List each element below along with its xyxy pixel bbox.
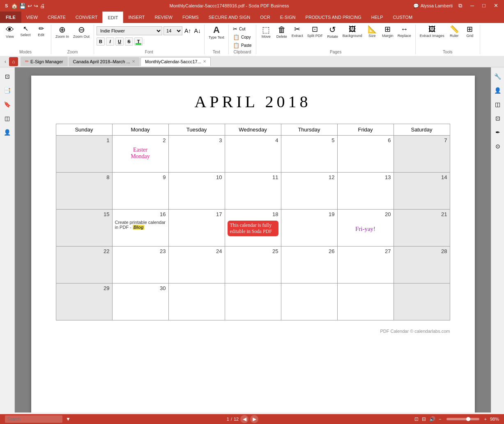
zoom-slider[interactable] bbox=[446, 418, 479, 420]
tab-convert[interactable]: CONVERT bbox=[71, 12, 103, 23]
page-next-btn[interactable]: ▶ bbox=[250, 415, 258, 423]
select-mode-btn[interactable]: ↖ Select bbox=[18, 25, 33, 50]
right-target-btn[interactable]: ⊙ bbox=[492, 141, 504, 152]
home-btn[interactable]: ⌂ bbox=[9, 57, 18, 66]
view-mode-btn[interactable]: 👁 View bbox=[2, 25, 17, 50]
zoom-out-status-btn[interactable]: − bbox=[439, 417, 441, 422]
underline-btn[interactable]: U bbox=[115, 37, 124, 46]
delete-btn[interactable]: 🗑 Delete bbox=[274, 25, 289, 50]
calendar-footer: PDF Calendar © calendarlabs.com bbox=[56, 329, 450, 334]
rotate-btn[interactable]: ↺ Rotate bbox=[325, 25, 340, 50]
font-grow-btn[interactable]: A↑ bbox=[184, 27, 192, 35]
tab-file[interactable]: FILE bbox=[0, 12, 21, 23]
extract-images-btn[interactable]: 🖼 Extract Images bbox=[418, 25, 446, 50]
size-btn[interactable]: 📐 Size bbox=[365, 25, 380, 50]
quick-access-print[interactable]: 🖨 bbox=[40, 3, 45, 9]
tab-insert[interactable]: INSERT bbox=[123, 12, 150, 23]
fit-page-btn[interactable]: ⊡ bbox=[414, 416, 419, 422]
tab-custom[interactable]: CUSTOM bbox=[388, 12, 417, 23]
day-num-15: 15 bbox=[59, 211, 110, 217]
search-input[interactable] bbox=[5, 415, 62, 423]
right-comments-btn[interactable]: 👤 bbox=[492, 85, 504, 96]
ruler-btn[interactable]: 📏 Ruler bbox=[447, 25, 462, 50]
margin-btn[interactable]: ⊞ Margin bbox=[380, 25, 395, 50]
copy-btn[interactable]: 📋 Copy bbox=[231, 33, 253, 41]
color-btn[interactable]: T bbox=[134, 37, 143, 46]
ruler-icon: 📏 bbox=[450, 25, 459, 33]
sidebar-layers-btn[interactable]: ◫ bbox=[2, 113, 13, 124]
tab-ocr[interactable]: OCR bbox=[255, 12, 275, 23]
italic-btn[interactable]: I bbox=[106, 37, 114, 46]
sidebar-bookmarks-btn[interactable]: 🔖 bbox=[2, 99, 13, 110]
tab-canada-close[interactable]: ✕ bbox=[132, 59, 135, 64]
tab-view[interactable]: VIEW bbox=[21, 12, 43, 23]
speakers-btn[interactable]: 🔊 bbox=[429, 416, 435, 422]
fit-width-btn[interactable]: ⊟ bbox=[422, 416, 426, 422]
tab-esign-manager[interactable]: ✏ E-Sign Manager bbox=[21, 57, 68, 66]
page-prev-btn[interactable]: ◀ bbox=[240, 415, 249, 423]
quick-access-undo[interactable]: ↩ bbox=[28, 3, 32, 9]
restore-btn[interactable]: ⧉ bbox=[456, 2, 465, 9]
tab-monthly-calendar[interactable]: MonthlyCalendar-5accc17... ✕ bbox=[140, 57, 211, 66]
font-divider bbox=[144, 39, 144, 44]
close-btn[interactable]: ✕ bbox=[491, 2, 501, 9]
bold-btn[interactable]: B bbox=[97, 37, 105, 46]
app-logo: S bbox=[3, 3, 9, 9]
quick-access-save[interactable]: 💾 bbox=[19, 3, 26, 9]
zoom-percent: 98% bbox=[490, 417, 499, 422]
tab-back-btn[interactable]: ‹ bbox=[2, 57, 9, 66]
text-label: Text bbox=[207, 50, 226, 54]
paste-btn[interactable]: 📋 Paste bbox=[231, 41, 253, 49]
font-name-select[interactable]: Indie Flower bbox=[97, 26, 162, 35]
day-num-13: 13 bbox=[340, 174, 391, 180]
tab-forms[interactable]: FORMS bbox=[177, 12, 204, 23]
text-buttons: A Type Text bbox=[207, 25, 226, 50]
quick-access-home[interactable]: 🏠 bbox=[11, 3, 18, 9]
zoom-out-btn[interactable]: ⊖ Zoom Out bbox=[71, 25, 91, 50]
split-pdf-btn[interactable]: ⊡ Split PDF bbox=[306, 25, 324, 50]
maximize-btn[interactable]: □ bbox=[480, 2, 488, 9]
sidebar-thumbnail-btn[interactable]: ⊡ bbox=[2, 71, 13, 82]
font-size-select[interactable]: 14 bbox=[163, 26, 182, 35]
background-icon: 🖼 bbox=[349, 25, 356, 33]
calendar-week-4: 22 23 24 25 26 bbox=[56, 247, 450, 283]
search-down-btn[interactable]: ▼ bbox=[66, 416, 71, 422]
sidebar-signatures-btn[interactable]: 👤 bbox=[2, 127, 13, 138]
pages-buttons: ⬚ Move 🗑 Delete ✂ Extract ⊡ Split PDF ↺ … bbox=[259, 25, 413, 50]
sidebar-pages-btn[interactable]: 📑 bbox=[2, 85, 13, 96]
day-num-27: 27 bbox=[340, 248, 391, 254]
tab-products[interactable]: PRODUCTS AND PRICING bbox=[301, 12, 366, 23]
tab-create[interactable]: CREATE bbox=[43, 12, 71, 23]
type-text-btn[interactable]: A Type Text bbox=[207, 25, 226, 50]
tab-review[interactable]: REVIEW bbox=[150, 12, 177, 23]
minimize-btn[interactable]: ─ bbox=[468, 2, 476, 9]
cut-btn[interactable]: ✂ Cut bbox=[231, 25, 253, 33]
right-attachments-btn[interactable]: ◫ bbox=[492, 99, 504, 110]
grid-btn[interactable]: ⊞ Grid bbox=[463, 25, 477, 50]
zoom-in-btn[interactable]: ⊕ Zoom In bbox=[54, 25, 71, 50]
blog-link: Blog bbox=[133, 225, 144, 230]
replace-btn[interactable]: ↔ Replace bbox=[396, 25, 413, 50]
background-btn[interactable]: 🖼 Background bbox=[341, 25, 364, 50]
margin-label: Margin bbox=[382, 34, 394, 38]
tab-monthly-close[interactable]: ✕ bbox=[203, 59, 206, 64]
tab-secure[interactable]: SECURE AND SIGN bbox=[204, 12, 255, 23]
right-thumbnails-btn[interactable]: ⊡ bbox=[492, 113, 504, 124]
font-shrink-btn[interactable]: A↓ bbox=[193, 27, 201, 35]
grid-label: Grid bbox=[466, 34, 473, 38]
edit-mode-btn[interactable]: ✏ Edit bbox=[34, 25, 48, 50]
extract-btn[interactable]: ✂ Extract bbox=[290, 25, 305, 50]
right-sign-btn[interactable]: ✒ bbox=[492, 127, 504, 138]
tab-esign[interactable]: E-SIGN bbox=[275, 12, 301, 23]
zoom-in-status-btn[interactable]: + bbox=[484, 417, 487, 422]
move-btn[interactable]: ⬚ Move bbox=[259, 25, 274, 50]
size-icon: 📐 bbox=[368, 25, 377, 33]
strikethrough-btn[interactable]: S bbox=[125, 37, 133, 46]
right-properties-btn[interactable]: 🔧 bbox=[492, 71, 504, 82]
tab-edit[interactable]: EDIT bbox=[102, 12, 123, 23]
tab-canada-calendar[interactable]: Canada April 2018–March ... ✕ bbox=[69, 57, 140, 66]
day-num-7: 7 bbox=[396, 137, 447, 143]
tab-help[interactable]: HELP bbox=[366, 12, 388, 23]
quick-access-redo[interactable]: ↪ bbox=[34, 3, 38, 9]
user-account[interactable]: 💬 Alyssa Lamberti bbox=[413, 3, 453, 9]
